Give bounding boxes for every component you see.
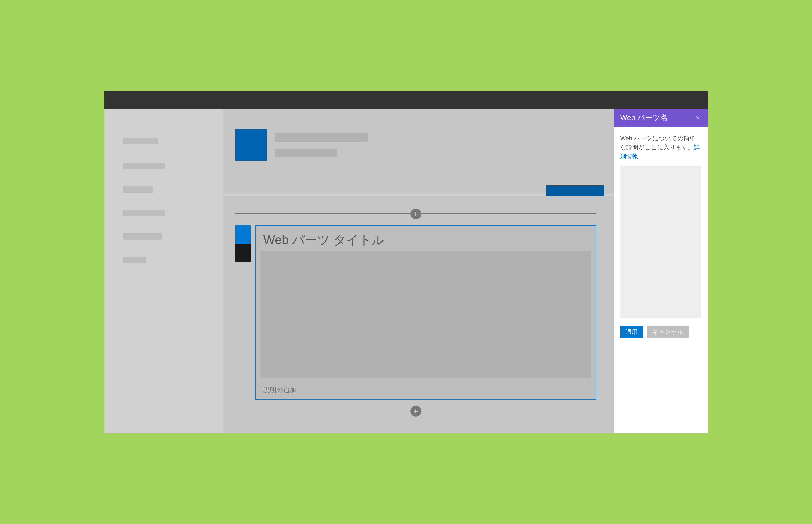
content-area: + Web パーツ タイトル 説明の追加 bbox=[223, 196, 614, 433]
property-pane-body: Web パーツについての簡単な説明がここに入ります。詳細情報 適用 キャンセル bbox=[614, 127, 708, 433]
nav-item-placeholder[interactable] bbox=[123, 163, 165, 169]
site-logo bbox=[235, 129, 267, 161]
plus-icon: + bbox=[413, 210, 418, 218]
webpart-container[interactable]: Web パーツ タイトル 説明の追加 bbox=[255, 226, 596, 399]
move-webpart-button[interactable] bbox=[235, 244, 251, 262]
nav-item-placeholder[interactable] bbox=[123, 233, 162, 240]
property-pane-title: Web パーツ名 bbox=[620, 113, 668, 123]
apply-button[interactable]: 適用 bbox=[620, 326, 643, 338]
property-pane-description: Web パーツについての簡単な説明がここに入ります。詳細情報 bbox=[620, 134, 701, 161]
app-window: + Web パーツ タイトル 説明の追加 bbox=[104, 91, 708, 433]
left-nav bbox=[123, 137, 165, 280]
add-webpart-button[interactable]: + bbox=[410, 406, 421, 416]
add-section-divider-bottom: + bbox=[235, 407, 596, 415]
property-pane-header: Web パーツ名 × bbox=[614, 109, 708, 127]
webpart-body-placeholder bbox=[260, 251, 591, 378]
divider-line bbox=[235, 213, 410, 214]
close-icon[interactable]: × bbox=[695, 113, 701, 123]
site-subtitle-placeholder bbox=[275, 149, 337, 158]
divider-line bbox=[421, 213, 596, 214]
plus-icon: + bbox=[413, 407, 418, 415]
property-content-placeholder[interactable] bbox=[620, 166, 701, 318]
nav-item-placeholder[interactable] bbox=[123, 257, 146, 263]
page-header bbox=[223, 109, 614, 194]
description-text: Web パーツについての簡単な説明がここに入ります。 bbox=[620, 135, 696, 150]
property-pane: Web パーツ名 × Web パーツについての簡単な説明がここに入ります。詳細情… bbox=[614, 109, 708, 433]
nav-item-placeholder[interactable] bbox=[123, 210, 165, 216]
webpart-row: Web パーツ タイトル 説明の追加 bbox=[235, 226, 596, 399]
site-title-placeholder bbox=[275, 133, 368, 142]
webpart-description-placeholder[interactable]: 説明の追加 bbox=[256, 382, 595, 399]
nav-item-placeholder[interactable] bbox=[123, 137, 158, 144]
app-body: + Web パーツ タイトル 説明の追加 bbox=[104, 109, 708, 433]
add-webpart-button[interactable]: + bbox=[410, 209, 421, 219]
nav-item-placeholder[interactable] bbox=[123, 186, 154, 193]
webpart-title[interactable]: Web パーツ タイトル bbox=[256, 226, 595, 251]
property-pane-actions: 適用 キャンセル bbox=[620, 326, 701, 338]
suite-bar bbox=[104, 91, 708, 109]
divider-line bbox=[235, 411, 410, 411]
cancel-button[interactable]: キャンセル bbox=[647, 326, 689, 338]
add-section-divider-top: + bbox=[235, 210, 596, 218]
edit-webpart-button[interactable] bbox=[235, 226, 251, 244]
page-canvas: + Web パーツ タイトル 説明の追加 bbox=[104, 109, 614, 433]
divider-line bbox=[421, 411, 596, 411]
webpart-toolbar bbox=[235, 226, 251, 262]
